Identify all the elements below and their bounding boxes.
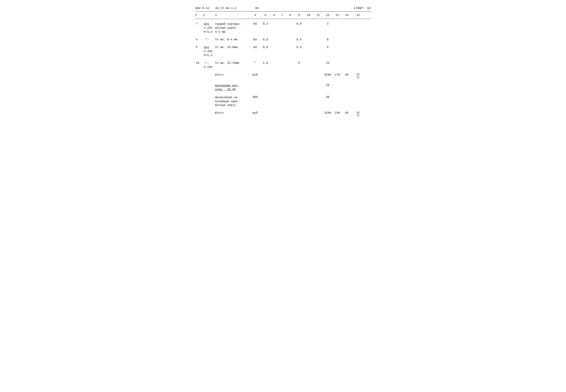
- cell-9-10: [304, 45, 313, 46]
- cell-nach-6: [270, 95, 278, 96]
- cell-itogo1-12: 3I60: [323, 73, 332, 77]
- cell-itogo2-1: [195, 111, 203, 112]
- cell-10-8: [286, 61, 294, 62]
- cell-9-1: 9: [195, 45, 203, 49]
- col-header-1: I: [195, 14, 203, 17]
- col-header-14: I4: [342, 14, 352, 17]
- cell-8-14: [342, 38, 352, 38]
- cell-10-9: 9: [294, 61, 304, 65]
- cell-itogo1-1: [195, 73, 203, 73]
- cell-itogo2-14: 65: [342, 111, 352, 115]
- cell-nach-11: [313, 95, 323, 96]
- cell-itogo2-3: Итого: [214, 111, 250, 115]
- cell-10-13: [332, 61, 342, 62]
- cell-itogo1-15: 24 9: [352, 73, 364, 80]
- cell-9-6: [270, 45, 278, 46]
- table-row: Итого руб 3I60 I78 65 24 9: [195, 72, 371, 80]
- header-page: 69: [255, 7, 259, 10]
- cell-9-3: То же, I6-8мм: [214, 45, 250, 49]
- fraction-itogo1: 24 9: [357, 73, 359, 79]
- cell-itogo1-2: [203, 73, 214, 73]
- cell-nach-14: [342, 95, 352, 96]
- cell-9-8: [286, 45, 294, 46]
- cell-itogo2-5: [261, 111, 270, 112]
- cell-9-2: ЦСЦп.292К=I,2: [203, 45, 214, 57]
- cell-naklad-9: [294, 83, 304, 84]
- cell-7-1: 7: [195, 22, 203, 26]
- cell-itogo2-7: [278, 111, 286, 112]
- cell-10-11: [313, 61, 323, 62]
- cell-8-6: [270, 38, 278, 38]
- cell-8-2: -"-: [203, 38, 214, 42]
- cell-8-9: 9,6: [294, 38, 304, 42]
- cell-7-14: [342, 22, 352, 23]
- cell-naklad-8: [286, 83, 294, 84]
- cell-itogo2-4: руб: [250, 111, 261, 115]
- cell-8-8: [286, 38, 294, 38]
- cell-itogo2-8: [286, 111, 294, 112]
- cell-naklad-4: [250, 83, 261, 84]
- cell-10-7: [278, 61, 286, 62]
- cell-9-9: 9,3: [294, 45, 304, 49]
- table-row: Накладные рас-ходы - I6,5% I6: [195, 83, 371, 92]
- cell-itogo2-2: [203, 111, 214, 112]
- cell-10-5: I,6: [261, 61, 270, 65]
- column-headers: I 2 3 4 5 6 7 8 9 I0 II I2 I3 I4 I5: [195, 13, 371, 18]
- cell-9-13: [332, 45, 342, 46]
- cell-nach-13: [332, 95, 342, 96]
- cell-7-10: [304, 22, 313, 23]
- cell-nach-2: [203, 95, 214, 96]
- top-dashed-line: [195, 11, 371, 12]
- cell-nach-7: [278, 95, 286, 96]
- table-row: 7 ЦСЦп.29IК=I,2 Гравий сортиро-вочный кр…: [195, 22, 371, 34]
- cell-itogo2-11: [313, 111, 323, 112]
- cell-10-15: [352, 61, 364, 62]
- cell-7-2: ЦСЦп.29IК=I,2: [203, 22, 214, 34]
- cell-nach-12: 36: [323, 95, 332, 99]
- cell-itogo1-13: I78: [332, 73, 342, 77]
- cell-8-7: [278, 38, 286, 38]
- cell-naklad-7: [278, 83, 286, 84]
- header-ref: 17897- 12: [354, 6, 371, 10]
- cell-7-9: 9,6: [294, 22, 304, 26]
- cell-itogo2-10: [304, 111, 313, 112]
- cell-9-15: [352, 45, 364, 46]
- col-header-2: 2: [203, 14, 214, 17]
- table-row: 8 -"- То же, 8-4 мм м3 0,6 9,6 6: [195, 37, 371, 42]
- cell-9-14: [342, 45, 352, 46]
- cell-nach-5: [261, 95, 270, 96]
- cell-7-12: 3: [323, 22, 332, 26]
- col-header-3: 3: [214, 14, 250, 17]
- cell-7-3: Гравий сортиро-вочный крупн.4-3 мм: [214, 22, 250, 34]
- cell-itogo2-6: [270, 111, 278, 112]
- cell-7-5: 0,3: [261, 22, 270, 26]
- col-header-12: I2: [323, 14, 332, 17]
- cell-naklad-2: [203, 83, 214, 84]
- cell-9-4: м3: [250, 45, 261, 49]
- cell-itogo2-9: [294, 111, 304, 112]
- cell-10-1: I0: [195, 61, 203, 65]
- cell-7-13: [332, 22, 342, 23]
- cell-itogo2-15: 24 9: [352, 111, 364, 118]
- table-row: Итого руб 3I60 230 65 24 9: [195, 111, 371, 118]
- cell-7-7: [278, 22, 286, 23]
- col-header-4: 4: [250, 14, 261, 17]
- cell-itogo2-12: 3I60: [323, 111, 332, 115]
- col-header-11: II: [313, 14, 323, 17]
- cell-nach-8: [286, 95, 294, 96]
- cell-7-4: м3: [250, 22, 261, 26]
- cell-8-15: [352, 38, 364, 38]
- cell-naklad-10: [304, 83, 313, 84]
- cell-9-12: 6: [323, 45, 332, 49]
- cell-itogo2-13: 230: [332, 111, 342, 115]
- header-doc: Ал.УI.84.ч.3: [215, 7, 236, 10]
- cell-10-12: I4: [323, 61, 332, 65]
- cell-nach-4: 80%: [250, 95, 261, 99]
- cell-8-13: [332, 38, 342, 38]
- cell-7-11: [313, 22, 323, 23]
- cell-naklad-11: [313, 83, 323, 84]
- cell-10-6: [270, 61, 278, 62]
- cell-10-10: [304, 61, 313, 62]
- cell-itogo1-8: [286, 73, 294, 73]
- cell-naklad-6: [270, 83, 278, 84]
